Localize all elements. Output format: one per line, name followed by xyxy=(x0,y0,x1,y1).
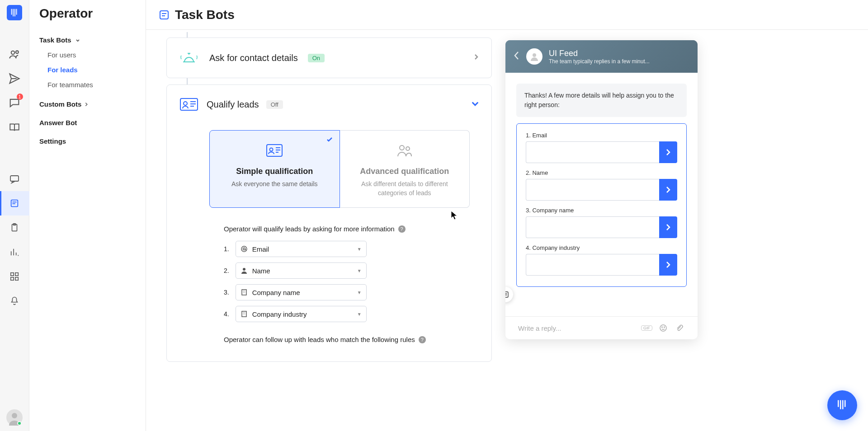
card-qualify-leads: Qualify leads Off xyxy=(166,84,492,362)
svg-rect-40 xyxy=(242,311,246,317)
preview-form-label-3: 3. Company name xyxy=(526,207,677,214)
caret-down-icon: ▼ xyxy=(357,312,362,317)
sidebar-section-task-bots[interactable]: Task Bots xyxy=(29,33,146,47)
preview-input-company-name[interactable] xyxy=(526,216,659,238)
preview-form-label-1: 1. Email xyxy=(526,132,677,139)
rail-item-articles[interactable] xyxy=(0,115,29,140)
svg-point-45 xyxy=(533,53,536,57)
sidebar-task-bots-label: Task Bots xyxy=(39,36,71,44)
field-select-email[interactable]: Email ▼ xyxy=(236,241,367,257)
svg-point-21 xyxy=(184,102,187,105)
option-simple-desc: Ask everyone the same details xyxy=(231,180,318,189)
svg-rect-13 xyxy=(15,273,18,276)
preview-reply-input[interactable]: Write a reply... xyxy=(518,324,636,332)
field-row-1: 1. Email ▼ xyxy=(224,241,480,257)
task-bots-page-icon xyxy=(159,9,170,20)
rail-item-clipboard[interactable] xyxy=(0,216,29,240)
card-contact-title: Ask for contact details xyxy=(209,53,298,63)
caret-down-icon: ▼ xyxy=(357,247,362,252)
option-simple-qualification[interactable]: Simple qualification Ask everyone the sa… xyxy=(209,130,340,208)
svg-rect-35 xyxy=(242,290,246,295)
chevron-right-icon xyxy=(665,148,671,156)
caret-down-icon: ▼ xyxy=(357,268,362,273)
chevron-right-icon xyxy=(84,102,89,107)
rail-item-apps[interactable] xyxy=(0,264,29,289)
preview-input-email[interactable] xyxy=(526,141,659,163)
preview-form-label-2: 2. Name xyxy=(526,169,677,176)
svg-point-16 xyxy=(12,413,17,418)
preview-submit-4[interactable] xyxy=(659,254,677,276)
preview-input-company-industry[interactable] xyxy=(526,254,659,276)
preview-submit-3[interactable] xyxy=(659,216,677,238)
preview-input-name[interactable] xyxy=(526,179,659,201)
chevron-right-icon xyxy=(665,223,671,231)
field-select-company-industry[interactable]: Company industry ▼ xyxy=(236,306,367,322)
preview-footer: Write a reply... GIF xyxy=(505,316,698,339)
svg-rect-55 xyxy=(844,400,846,407)
sidebar-custom-bots-label: Custom Bots xyxy=(39,100,81,108)
card-contact-status-badge: On xyxy=(308,54,325,62)
page-title: Task Bots xyxy=(175,8,235,22)
svg-point-48 xyxy=(664,327,665,328)
svg-point-5 xyxy=(16,51,19,53)
sidebar-link-settings[interactable]: Settings xyxy=(29,132,146,150)
rail-item-conversations[interactable]: 1 xyxy=(0,91,29,115)
card-qualify-title: Qualify leads xyxy=(207,99,259,110)
card-qualify-status-badge: Off xyxy=(266,100,283,109)
rail-item-message[interactable] xyxy=(0,167,29,191)
option-advanced-title: Advanced qualification xyxy=(360,167,449,176)
svg-rect-0 xyxy=(11,9,12,15)
back-icon[interactable] xyxy=(514,51,520,62)
connector-line xyxy=(187,32,188,37)
sidebar-sub-for-leads[interactable]: For leads xyxy=(29,62,146,77)
sidebar-link-answer-bot[interactable]: Answer Bot xyxy=(29,113,146,132)
user-icon xyxy=(241,267,248,274)
svg-point-30 xyxy=(400,145,404,150)
rail-item-notifications[interactable] xyxy=(0,289,29,313)
bell-icon xyxy=(179,48,199,67)
follow-up-label: Operator can follow up with leads who ma… xyxy=(224,336,415,343)
rail-item-people[interactable] xyxy=(0,42,29,66)
help-icon[interactable]: ? xyxy=(398,225,406,233)
people-group-icon xyxy=(394,141,415,160)
gif-icon[interactable]: GIF xyxy=(641,325,652,331)
qualify-intro-label: Operator will qualify leads by asking fo… xyxy=(224,225,395,233)
svg-rect-9 xyxy=(12,203,15,204)
app-logo[interactable] xyxy=(7,5,22,20)
check-icon xyxy=(326,136,333,145)
building-icon xyxy=(241,289,248,296)
field-select-name[interactable]: Name ▼ xyxy=(236,262,367,279)
preview-submit-2[interactable] xyxy=(659,179,677,201)
svg-rect-53 xyxy=(840,400,841,409)
main: Task Bots Ask for contact details On xyxy=(146,0,868,431)
sidebar-link-custom-bots[interactable]: Custom Bots xyxy=(29,95,146,113)
preview-submit-1[interactable] xyxy=(659,141,677,163)
attachment-icon[interactable] xyxy=(674,324,685,332)
rail-item-operator[interactable] xyxy=(0,191,29,216)
svg-rect-18 xyxy=(162,13,166,14)
sidebar-sub-for-teammates[interactable]: For teammates xyxy=(29,77,146,92)
messenger-launcher[interactable] xyxy=(827,390,857,420)
at-icon xyxy=(241,245,248,253)
svg-rect-54 xyxy=(842,400,844,409)
preview-form-bubble: 1. Email 2. Name 3. Company xyxy=(516,123,687,287)
help-icon[interactable]: ? xyxy=(419,336,426,343)
id-card-icon xyxy=(264,141,285,160)
id-card-icon xyxy=(179,95,199,114)
svg-rect-2 xyxy=(14,9,15,17)
sidebar-sub-for-users[interactable]: For users xyxy=(29,47,146,62)
option-advanced-qualification[interactable]: Advanced qualification Ask different det… xyxy=(340,130,470,208)
field-select-company-name[interactable]: Company name ▼ xyxy=(236,284,367,300)
preview-body: Thanks! A few more details will help ass… xyxy=(505,73,698,316)
card-qualify-header[interactable]: Qualify leads Off xyxy=(179,95,480,114)
svg-rect-3 xyxy=(16,9,17,15)
preview-intro-bubble: Thanks! A few more details will help ass… xyxy=(516,84,687,117)
rail-item-send[interactable] xyxy=(0,66,29,91)
emoji-icon[interactable] xyxy=(658,324,669,332)
qualification-option-row: Simple qualification Ask everyone the sa… xyxy=(179,130,480,208)
rail-item-reports[interactable] xyxy=(0,240,29,264)
field-label: Company industry xyxy=(252,310,307,318)
svg-rect-15 xyxy=(15,277,18,280)
config-column: Ask for contact details On Qu xyxy=(166,32,492,431)
card-ask-contact-details[interactable]: Ask for contact details On xyxy=(166,37,492,78)
